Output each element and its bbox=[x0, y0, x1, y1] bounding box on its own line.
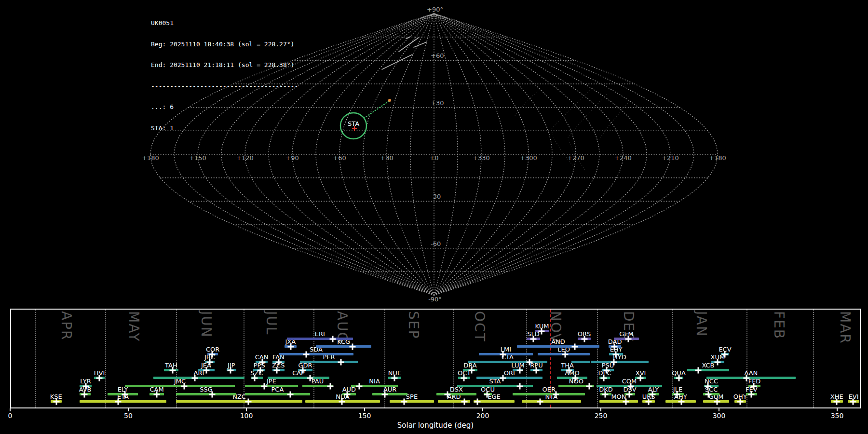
shower-label-OHY: OHY bbox=[733, 393, 747, 400]
x-tick-label-250: 250 bbox=[595, 412, 608, 420]
month-gridline-MAY bbox=[105, 310, 106, 407]
shower-bar-NTA bbox=[522, 400, 581, 403]
x-tick-50 bbox=[128, 408, 129, 411]
shower-bar-JMC bbox=[125, 385, 235, 387]
shower-timeline-chart: APRMAYJUNJULAUGSEPOCTNOVDECJANFEBMARKSEE… bbox=[0, 0, 868, 434]
shower-label-CAN: CAN bbox=[255, 354, 269, 360]
shower-label-XVI: XVI bbox=[636, 370, 646, 376]
sporadic-count: ...: 6 bbox=[151, 104, 298, 111]
shower-label-GEM: GEM bbox=[619, 331, 634, 337]
x-tick-label-50: 50 bbox=[124, 412, 133, 420]
x-tick-label-100: 100 bbox=[240, 412, 253, 420]
x-tick-200 bbox=[482, 408, 483, 411]
month-label-SEP: SEP bbox=[406, 311, 421, 339]
shower-bar bbox=[571, 361, 590, 363]
month-label-FEB: FEB bbox=[771, 311, 787, 339]
shower-label-TAH: TAH bbox=[165, 362, 177, 368]
shower-label-HVI: HVI bbox=[94, 370, 105, 376]
shower-bar-DSX bbox=[436, 393, 476, 395]
max-marker-CTA bbox=[527, 359, 533, 366]
shower-label-SPE: SPE bbox=[406, 393, 418, 400]
month-gridline-AUG bbox=[313, 310, 314, 407]
x-tick-label-0: 0 bbox=[8, 412, 13, 420]
max-marker-NTA bbox=[537, 399, 543, 405]
shower-bar-SSG bbox=[176, 393, 236, 395]
shower-bar-PCA bbox=[245, 393, 310, 395]
max-marker-KCG bbox=[350, 344, 356, 350]
month-label-JAN: JAN bbox=[693, 311, 709, 337]
shower-label-ECV: ECV bbox=[719, 346, 731, 353]
max-marker-NIA bbox=[356, 383, 363, 390]
shower-label-NUE: NUE bbox=[388, 370, 401, 376]
x-tick-150 bbox=[364, 408, 365, 411]
observation-info: UK0051 Beg: 20251110 18:40:38 (sol = 228… bbox=[151, 6, 298, 139]
month-label-JUL: JUL bbox=[263, 311, 279, 335]
shower-bar-KCG bbox=[316, 345, 371, 348]
shower-label-QUA: QUA bbox=[672, 370, 686, 376]
shower-bar-ORI bbox=[476, 377, 542, 379]
shower-bar-CAP bbox=[268, 377, 329, 379]
max-marker-EGE bbox=[475, 399, 481, 405]
month-label-MAY: MAY bbox=[126, 311, 142, 342]
month-gridline-MAR bbox=[813, 310, 814, 407]
max-marker-AND bbox=[572, 344, 578, 350]
x-tick-0 bbox=[10, 408, 11, 411]
shower-bar-ETA bbox=[80, 400, 166, 403]
x-tick-label-200: 200 bbox=[476, 412, 489, 420]
shower-bar-OER bbox=[513, 393, 585, 395]
shower-label-NIA: NIA bbox=[369, 378, 380, 384]
month-label-MAR: MAR bbox=[837, 311, 853, 344]
shower-label-COR: COR bbox=[206, 346, 219, 353]
shower-label-OER: OER bbox=[542, 386, 555, 393]
shower-label-KUM: KUM bbox=[535, 323, 549, 329]
month-gridline-DEC bbox=[597, 310, 598, 407]
max-marker-XCB bbox=[695, 367, 701, 374]
x-tick-350 bbox=[837, 408, 838, 411]
x-tick-label-300: 300 bbox=[713, 412, 726, 420]
shower-label-ERI: ERI bbox=[315, 331, 325, 337]
x-tick-300 bbox=[719, 408, 719, 411]
x-tick-label-350: 350 bbox=[831, 412, 844, 420]
x-axis-title: Solar longitude (deg) bbox=[397, 421, 474, 430]
sta-count: STA: 1 bbox=[151, 125, 298, 132]
shower-bar-NZC bbox=[176, 400, 302, 403]
shower-bar-CTA bbox=[468, 361, 547, 363]
shower-bar-PER bbox=[300, 361, 358, 363]
shower-label-EVI: EVI bbox=[849, 393, 859, 400]
station-id: UK0051 bbox=[151, 20, 298, 27]
shower-label-LYR: LYR bbox=[80, 378, 91, 384]
shower-bar-MON bbox=[599, 400, 638, 403]
shower-label-AND: AND bbox=[551, 339, 565, 345]
x-tick-100 bbox=[246, 408, 247, 411]
max-marker-NOO bbox=[586, 383, 592, 390]
x-tick-250 bbox=[600, 408, 601, 411]
shower-label-AAN: AAN bbox=[744, 370, 758, 376]
max-marker-SDA bbox=[303, 352, 309, 358]
shower-bar-SPE bbox=[390, 400, 434, 403]
shower-label-ORS: ORS bbox=[578, 331, 591, 337]
month-label-JUN: JUN bbox=[198, 311, 214, 338]
shower-bar-JPE bbox=[245, 385, 298, 387]
shower-label-LMI: LMI bbox=[501, 346, 511, 353]
shower-bar-ARI bbox=[153, 377, 244, 379]
max-marker-NZC bbox=[245, 399, 251, 405]
month-gridline-APR bbox=[35, 310, 36, 407]
begin-time: Beg: 20251110 18:40:38 (sol = 228.27°) bbox=[151, 41, 298, 48]
month-label-OCT: OCT bbox=[472, 311, 488, 342]
max-marker-PAU bbox=[327, 383, 333, 390]
max-marker-STA bbox=[516, 383, 523, 390]
shower-label-KSE: KSE bbox=[50, 393, 62, 400]
x-tick-label-150: 150 bbox=[358, 412, 371, 420]
shower-label-XHE: XHE bbox=[830, 393, 843, 400]
max-marker-PER bbox=[338, 359, 344, 366]
shower-bar-SDA bbox=[279, 353, 353, 355]
shower-bar-ERI bbox=[287, 338, 353, 340]
max-marker-ARD bbox=[461, 399, 467, 405]
max-marker-PCA bbox=[287, 392, 294, 398]
max-marker-CAP bbox=[307, 375, 313, 381]
shower-label-MON: MON bbox=[611, 393, 626, 400]
end-time: End: 20251110 21:18:11 (sol = 228.38°) bbox=[151, 62, 298, 69]
shower-bar-AND bbox=[517, 345, 599, 348]
shower-bar-XCB bbox=[687, 369, 729, 371]
shower-label-JLE: JLE bbox=[673, 386, 682, 393]
